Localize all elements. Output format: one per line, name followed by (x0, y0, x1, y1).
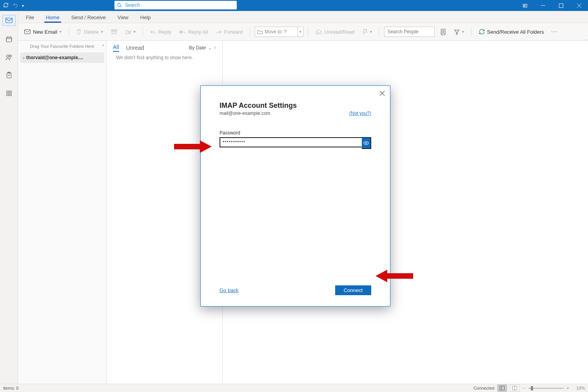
send-receive-all-button[interactable]: Send/Receive All Folders (476, 27, 546, 36)
refresh-icon[interactable] (3, 2, 9, 9)
annotation-arrow-password (174, 139, 212, 154)
archive-icon (111, 29, 117, 34)
address-book-button[interactable] (438, 27, 448, 37)
chevron-down-icon: ▾ (134, 30, 136, 34)
svg-point-29 (365, 142, 367, 144)
folder-icon (257, 29, 263, 34)
ribbon-overflow-icon[interactable]: ··· (551, 28, 557, 35)
svg-point-26 (442, 30, 444, 32)
close-button[interactable] (570, 0, 588, 11)
chevron-down-icon: ▾ (370, 30, 372, 34)
filter-button[interactable]: ▾ (452, 27, 466, 36)
status-connected: Connected (474, 386, 494, 390)
svg-point-0 (118, 3, 121, 6)
forward-label: Forward (224, 29, 243, 35)
tasks-nav-icon[interactable] (4, 71, 15, 80)
flag-button[interactable]: ▾ (360, 27, 374, 36)
sort-direction-icon[interactable]: ↑ (214, 45, 216, 51)
chevron-down-icon: ⌄ (208, 46, 211, 50)
collapse-folder-pane-icon[interactable]: ‹ (102, 42, 104, 48)
sort-label: By Date (189, 45, 206, 51)
tab-home[interactable]: Home (44, 14, 61, 23)
svg-rect-32 (500, 386, 505, 390)
filter-unread-tab[interactable]: Unread (126, 45, 144, 51)
dialog-title: IMAP Account Settings (220, 102, 371, 110)
new-email-label: New Email (33, 29, 57, 35)
chevron-right-icon: › (23, 55, 25, 60)
filter-all-tab[interactable]: All (113, 44, 119, 52)
search-icon (117, 3, 122, 8)
sort-menu[interactable]: By Date ⌄ ↑ (189, 45, 216, 51)
global-search[interactable] (114, 1, 237, 9)
search-people[interactable] (384, 27, 435, 37)
separator (308, 27, 309, 37)
flag-icon (363, 29, 368, 35)
ribbon: New Email ▾ Delete ▾ ▾ (18, 23, 588, 41)
zoom-slider[interactable] (528, 388, 564, 389)
separator (143, 27, 143, 37)
imap-settings-dialog: IMAP Account Settings mail@one-example.c… (200, 85, 390, 307)
view-reading-button[interactable] (510, 385, 519, 392)
qat-dropdown-icon[interactable]: ▾ (22, 4, 24, 8)
separator (471, 27, 472, 37)
password-input[interactable] (220, 137, 362, 147)
svg-rect-18 (9, 91, 11, 93)
svg-rect-3 (524, 5, 525, 6)
tab-send-receive[interactable]: Send / Receive (70, 14, 107, 23)
app-window: ▾ (0, 0, 588, 392)
connect-button[interactable]: Connect (335, 285, 371, 295)
svg-point-14 (9, 55, 11, 57)
dialog-email: mail@one-example.com (220, 111, 270, 116)
eye-icon (363, 141, 369, 145)
mail-nav-icon[interactable] (2, 15, 16, 26)
undo-icon[interactable] (13, 2, 18, 9)
account-label: thorvald@one-example.... (26, 55, 83, 60)
annotation-arrow-connect (376, 268, 413, 284)
show-password-button[interactable] (362, 137, 371, 149)
view-normal-button[interactable] (497, 385, 507, 392)
empty-message-list: We didn't find anything to show here. (107, 53, 222, 60)
tab-view[interactable]: View (116, 14, 130, 23)
move-to-combo[interactable]: Move to: ? ▾ (255, 27, 303, 37)
tab-help[interactable]: Help (139, 14, 152, 23)
reply-button[interactable]: Reply (148, 27, 174, 36)
minimize-button[interactable] (534, 0, 552, 11)
delete-label: Delete (84, 29, 99, 35)
reply-icon (150, 29, 156, 34)
svg-marker-31 (376, 270, 413, 282)
not-you-link[interactable]: (Not you?) (349, 111, 371, 116)
zoom-in-button[interactable]: + (567, 386, 569, 390)
calendar-nav-icon[interactable] (4, 34, 15, 44)
go-back-link[interactable]: Go back (220, 287, 238, 293)
new-email-button[interactable]: New Email ▾ (22, 27, 64, 36)
global-search-input[interactable] (124, 2, 234, 8)
ribbon-tabs: File Home Send / Receive View Help (18, 11, 588, 23)
archive-button[interactable] (109, 27, 120, 36)
svg-rect-19 (7, 94, 9, 96)
delete-button[interactable]: Delete ▾ (74, 27, 105, 36)
collapse-ribbon-icon[interactable]: ⌄ (584, 37, 587, 41)
unread-read-button[interactable]: Unread/Read (313, 27, 357, 36)
svg-marker-30 (174, 140, 212, 153)
more-nav-icon[interactable] (4, 89, 15, 98)
envelope-open-icon (316, 29, 322, 34)
forward-button[interactable]: Forward (214, 27, 245, 36)
folder-pane: ‹ Drag Your Favourite Folders Here › tho… (18, 41, 107, 384)
reply-all-button[interactable]: Reply All (177, 27, 211, 36)
maximize-button[interactable] (552, 0, 570, 11)
people-nav-icon[interactable] (4, 53, 15, 62)
chevron-down-icon: ▾ (298, 27, 303, 36)
sync-icon (479, 29, 485, 35)
ribbon-display-icon[interactable] (516, 0, 534, 11)
tab-file[interactable]: File (24, 14, 36, 23)
status-items: Items: 0 (3, 386, 18, 390)
search-people-input[interactable] (387, 29, 432, 35)
dialog-close-button[interactable] (378, 89, 386, 98)
zoom-out-button[interactable]: − (523, 386, 525, 390)
svg-point-13 (7, 55, 9, 57)
move-button[interactable]: ▾ (123, 27, 138, 36)
svg-rect-20 (9, 94, 11, 96)
account-node[interactable]: › thorvald@one-example.... (20, 53, 104, 63)
svg-rect-5 (559, 4, 563, 7)
chevron-down-icon: ▾ (101, 30, 103, 34)
